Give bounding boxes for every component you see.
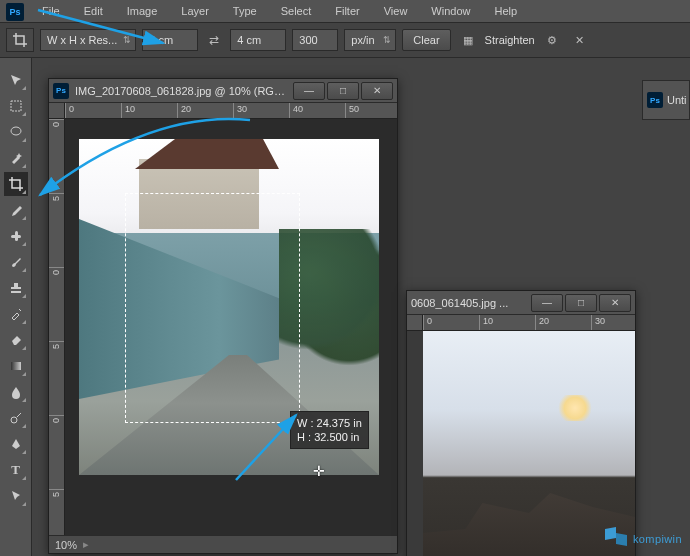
dimension-readout: W : 24.375 in H : 32.500 in xyxy=(290,411,369,449)
image-roof xyxy=(119,139,279,169)
swap-dimensions-icon[interactable]: ⇄ xyxy=(204,33,224,47)
status-bar-1: 10% ▸ xyxy=(49,535,397,553)
minimize-button[interactable]: — xyxy=(293,82,325,100)
close-button-2[interactable]: ✕ xyxy=(599,294,631,312)
document-window-2[interactable]: 0608_061405.jpg ... — □ ✕ 0 10 20 30 xyxy=(406,290,636,556)
menu-type[interactable]: Type xyxy=(223,2,267,20)
crop-width-input[interactable]: 3 cm xyxy=(142,29,198,51)
menu-select[interactable]: Select xyxy=(271,2,322,20)
history-brush-tool[interactable] xyxy=(4,302,28,326)
right-panel-stub[interactable]: Ps Unti xyxy=(642,80,690,120)
eraser-tool[interactable] xyxy=(4,328,28,352)
maximize-button-2[interactable]: □ xyxy=(565,294,597,312)
svg-rect-0 xyxy=(11,101,21,111)
delete-cropped-icon[interactable]: ✕ xyxy=(569,29,591,51)
pen-icon xyxy=(9,437,23,451)
grid-overlay-icon[interactable]: ▦ xyxy=(457,29,479,51)
history-brush-icon xyxy=(9,307,23,321)
ruler-origin-2[interactable] xyxy=(407,315,423,331)
lasso-icon xyxy=(9,125,23,139)
document-window-1[interactable]: Ps IMG_20170608_061828.jpg @ 10% (RGB...… xyxy=(48,78,398,554)
options-bar: W x H x Res... 3 cm ⇄ 4 cm 300 px/in Cle… xyxy=(0,22,690,58)
gradient-icon xyxy=(9,359,23,373)
healing-brush-tool[interactable] xyxy=(4,224,28,248)
menu-filter[interactable]: Filter xyxy=(325,2,369,20)
image-building xyxy=(139,159,259,229)
menu-bar: File Edit Image Layer Type Select Filter… xyxy=(0,0,690,22)
ruler-origin[interactable] xyxy=(49,103,65,119)
path-select-icon xyxy=(9,489,23,503)
stamp-icon xyxy=(9,281,23,295)
canvas-2[interactable] xyxy=(423,331,635,556)
gradient-tool[interactable] xyxy=(4,354,28,378)
lasso-tool[interactable] xyxy=(4,120,28,144)
minimize-button-2[interactable]: — xyxy=(531,294,563,312)
maximize-button[interactable]: □ xyxy=(327,82,359,100)
ruler-h-label: 30 xyxy=(237,104,247,114)
eyedropper-tool[interactable] xyxy=(4,198,28,222)
status-separator: ▸ xyxy=(83,538,89,551)
dodge-tool[interactable] xyxy=(4,406,28,430)
move-icon xyxy=(9,73,23,87)
vertical-ruler[interactable]: 0 5 0 5 0 5 xyxy=(49,119,65,535)
crop-tool-indicator[interactable] xyxy=(6,28,34,52)
svg-rect-3 xyxy=(11,362,21,370)
menu-layer[interactable]: Layer xyxy=(171,2,219,20)
clear-button[interactable]: Clear xyxy=(402,29,450,51)
watermark-logo-icon xyxy=(605,528,627,550)
panel-doc-icon: Ps xyxy=(647,92,663,108)
canvas-1[interactable]: W : 24.375 in H : 32.500 in ✛ xyxy=(65,119,397,535)
menu-view[interactable]: View xyxy=(374,2,418,20)
wand-icon xyxy=(9,151,23,165)
document-title-1: IMG_20170608_061828.jpg @ 10% (RGB... xyxy=(75,85,285,97)
crop-icon xyxy=(13,33,27,47)
blur-tool[interactable] xyxy=(4,380,28,404)
crop-options-gear-icon[interactable]: ⚙ xyxy=(541,29,563,51)
path-selection-tool[interactable] xyxy=(4,484,28,508)
horizontal-ruler[interactable]: 0 10 20 30 40 50 xyxy=(65,103,397,119)
brush-tool[interactable] xyxy=(4,250,28,274)
dodge-icon xyxy=(9,411,23,425)
watermark: kompiwin xyxy=(605,528,682,550)
document-titlebar-2[interactable]: 0608_061405.jpg ... — □ ✕ xyxy=(407,291,635,315)
document-titlebar-1[interactable]: Ps IMG_20170608_061828.jpg @ 10% (RGB...… xyxy=(49,79,397,103)
magic-wand-tool[interactable] xyxy=(4,146,28,170)
readout-h-value: 32.500 in xyxy=(314,431,359,443)
menu-file[interactable]: File xyxy=(32,2,70,20)
ruler-v-label: 0 xyxy=(51,418,61,423)
readout-w-value: 24.375 in xyxy=(317,417,362,429)
zoom-level[interactable]: 10% xyxy=(55,539,77,551)
clone-stamp-tool[interactable] xyxy=(4,276,28,300)
menu-image[interactable]: Image xyxy=(117,2,168,20)
close-button[interactable]: ✕ xyxy=(361,82,393,100)
straighten-label[interactable]: Straighten xyxy=(485,34,535,46)
menu-edit[interactable]: Edit xyxy=(74,2,113,20)
pen-tool[interactable] xyxy=(4,432,28,456)
ruler-h-label: 10 xyxy=(125,104,135,114)
brush-icon xyxy=(9,255,23,269)
document-icon: Ps xyxy=(53,83,69,99)
crop-height-input[interactable]: 4 cm xyxy=(230,29,286,51)
menu-window[interactable]: Window xyxy=(421,2,480,20)
ruler-h-label: 30 xyxy=(595,316,605,326)
crop-icon xyxy=(9,177,23,191)
crop-resolution-input[interactable]: 300 xyxy=(292,29,338,51)
crop-preset-dropdown[interactable]: W x H x Res... xyxy=(40,29,136,51)
ruler-h-label: 40 xyxy=(293,104,303,114)
svg-rect-2 xyxy=(15,231,18,241)
marquee-icon xyxy=(9,99,23,113)
menu-help[interactable]: Help xyxy=(484,2,527,20)
image-trees xyxy=(279,229,379,379)
ruler-h-label: 0 xyxy=(427,316,432,326)
resolution-unit-dropdown[interactable]: px/in xyxy=(344,29,396,51)
type-tool[interactable]: T xyxy=(4,458,28,482)
move-tool[interactable] xyxy=(4,68,28,92)
panel-doc-title: Unti xyxy=(667,94,687,106)
tools-panel: T xyxy=(0,58,32,556)
readout-w-label: W : xyxy=(297,417,314,429)
crop-tool[interactable] xyxy=(4,172,28,196)
document-title-2: 0608_061405.jpg ... xyxy=(411,297,523,309)
horizontal-ruler-2[interactable]: 0 10 20 30 xyxy=(423,315,635,331)
ruler-h-label: 20 xyxy=(181,104,191,114)
marquee-tool[interactable] xyxy=(4,94,28,118)
